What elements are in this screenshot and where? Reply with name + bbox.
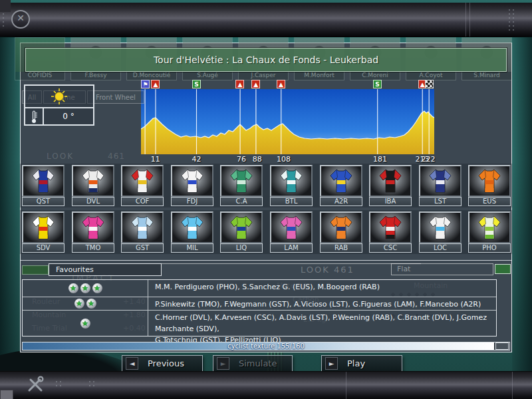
team-jersey xyxy=(29,214,58,241)
km-label: 181 xyxy=(369,155,392,164)
team-tile-LST xyxy=(419,165,462,197)
team-tile-BTL xyxy=(270,165,313,197)
race-title-banner: Tour d'Helvétie : La Chaux de Fonds - Le… xyxy=(25,48,507,72)
bar-seam xyxy=(346,372,346,399)
favourites-tab[interactable]: Favourites xyxy=(49,263,162,276)
star-icon: ★ xyxy=(80,283,90,293)
rider-name-label: M.Monfort xyxy=(295,72,344,80)
right-edge-shade xyxy=(512,37,532,371)
team-tile-COF xyxy=(121,165,164,197)
team-code-label: CSC xyxy=(369,243,412,253)
rider-name-label: A.Coyot xyxy=(406,72,456,80)
favourites-row: ★★★M.M. Perdiguero (PHO), S.Sanchez G. (… xyxy=(23,280,496,297)
team-jersey xyxy=(78,214,108,241)
favourites-riders-text: M.M. Perdiguero (PHO), S.Sanchez G. (EUS… xyxy=(148,280,496,297)
stage-elevation-profile xyxy=(141,89,434,154)
left-edge-shade xyxy=(0,37,20,371)
team-jersey xyxy=(128,168,157,194)
favourites-row: ★C.Horner (DVL), K.Arvesen (CSC), A.Davi… xyxy=(23,311,496,336)
team-tile-LOC xyxy=(419,211,462,243)
km-label: 222 xyxy=(417,155,440,164)
team-tile-IBA xyxy=(369,165,412,197)
profile-marker-sprint-icon: S xyxy=(373,80,382,88)
simulate-button[interactable]: ►Simulate xyxy=(213,355,293,372)
team-tile-TMO xyxy=(72,211,114,243)
bar-seam xyxy=(512,372,513,399)
team-tile-A2R xyxy=(320,165,362,197)
dot-pattern xyxy=(1,12,7,28)
team-jersey xyxy=(327,168,356,194)
team-code-label: MIL xyxy=(171,243,213,253)
team-code-label: LOC xyxy=(419,243,462,253)
team-code-label: QST xyxy=(22,197,65,206)
team-jersey xyxy=(178,168,207,194)
favourites-riders-text: C.Horner (DVL), K.Arvesen (CSC), A.Davis… xyxy=(148,311,496,336)
tab-extension-line xyxy=(162,263,421,264)
rider-name-label: S.Minard xyxy=(462,72,511,80)
team-jersey xyxy=(128,214,157,241)
profile-marker-climb-icon: ▲ xyxy=(251,80,260,88)
team-jersey xyxy=(426,214,455,241)
corner-block xyxy=(0,390,13,399)
profile-marker-climb-icon: ▲ xyxy=(277,80,285,88)
close-icon[interactable]: ✕ xyxy=(11,10,30,29)
button-label: Simulate xyxy=(239,358,277,368)
bg-tab-front-wheel: Front Wheel xyxy=(87,90,144,104)
team-jersey xyxy=(327,214,356,241)
km-label: 11 xyxy=(144,155,167,164)
team-tile-QST xyxy=(22,165,65,197)
bar-seam xyxy=(466,3,466,37)
progress-label: cyclist texture 155/160 xyxy=(23,342,509,350)
team-jersey xyxy=(426,168,455,194)
star-icon: ★ xyxy=(80,319,90,329)
loading-progress-bar: cyclist texture 155/160 xyxy=(22,342,510,350)
team-tile-DVL xyxy=(72,165,114,197)
bg-bike-name: LOOK 461 xyxy=(301,265,354,275)
temperature-value: 0 ° xyxy=(44,108,93,126)
team-code-label: DVL xyxy=(72,197,114,206)
team-tile-LIQ xyxy=(220,211,263,243)
arrow-right-icon: ► xyxy=(217,357,229,370)
km-label: 108 xyxy=(273,155,295,164)
dot-pattern xyxy=(88,380,97,386)
team-jersey xyxy=(277,168,306,194)
team-code-label: LST xyxy=(419,197,462,206)
team-code-label: EUS xyxy=(468,197,511,206)
team-code-label: SDV xyxy=(22,243,65,253)
team-tile-RAB xyxy=(320,211,362,243)
rider-name-label: COFIDIS xyxy=(15,72,65,80)
play-button[interactable]: ►Play xyxy=(321,355,402,372)
star-icon: ★ xyxy=(92,283,102,293)
team-jersey xyxy=(475,168,504,194)
separator-line xyxy=(20,260,512,261)
team-tile-MIL xyxy=(171,211,213,243)
bg-flat-box: Flat xyxy=(391,263,493,275)
team-jersey xyxy=(475,214,504,241)
dot-pattern xyxy=(55,380,64,386)
tools-icon xyxy=(25,374,45,394)
team-code-label: LAM xyxy=(270,243,313,253)
team-code-label: C.A xyxy=(220,197,263,206)
team-code-label: COF xyxy=(121,197,164,206)
team-jersey xyxy=(29,168,58,194)
rider-name-label: D.Moncoutié xyxy=(127,72,176,80)
team-tile-SDV xyxy=(22,211,65,243)
team-tile-FDJ xyxy=(171,165,213,197)
bg-green-button xyxy=(495,264,511,274)
favourites-green-box xyxy=(22,265,49,275)
team-code-label: PHO xyxy=(468,243,511,253)
button-label: Play xyxy=(347,358,365,368)
arrow-left-icon: ◄ xyxy=(126,357,138,370)
arrow-right-icon: ► xyxy=(325,357,338,370)
bg-bike-model: 461 xyxy=(108,152,125,161)
profile-marker-start-icon: ⚑ xyxy=(141,80,150,88)
bg-flat-label: Flat xyxy=(397,265,410,273)
team-tile-EUS xyxy=(468,165,511,197)
bottom-status-bar xyxy=(0,371,532,399)
previous-button[interactable]: ◄Previous xyxy=(122,355,203,372)
star-icon: ★ xyxy=(68,283,78,293)
team-code-label: LIQ xyxy=(220,243,263,253)
team-jersey xyxy=(277,214,306,241)
rider-name-label: S.Augé xyxy=(183,72,232,80)
corner-block xyxy=(0,0,11,12)
